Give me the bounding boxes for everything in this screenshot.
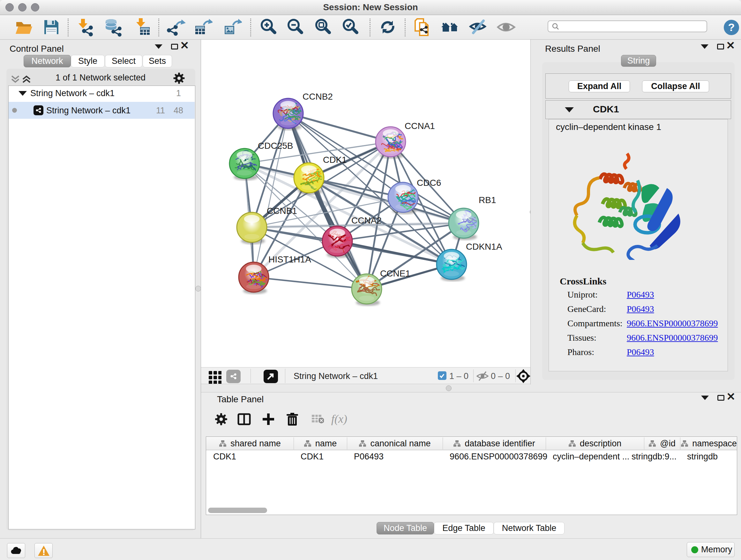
- svg-text:CDC6: CDC6: [417, 178, 441, 188]
- svg-text:CDKN1A: CDKN1A: [466, 242, 502, 252]
- svg-text:CCNA1: CCNA1: [405, 121, 435, 131]
- svg-text:CCNA2: CCNA2: [351, 215, 382, 226]
- svg-text:CDK1: CDK1: [323, 155, 347, 165]
- svg-text:HIST1H1A: HIST1H1A: [268, 254, 311, 264]
- svg-text:CCNB2: CCNB2: [302, 91, 333, 102]
- svg-text:CCNB1: CCNB1: [267, 206, 297, 216]
- svg-text:CDC25B: CDC25B: [258, 141, 293, 151]
- svg-text:CCNE1: CCNE1: [380, 268, 410, 278]
- svg-text:RB1: RB1: [479, 195, 496, 205]
